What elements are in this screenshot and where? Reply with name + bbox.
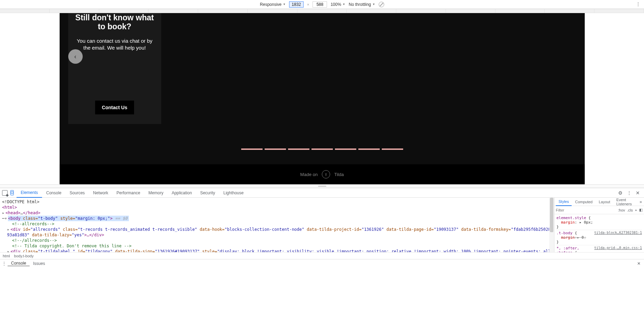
carousel-indicator[interactable] xyxy=(288,148,309,150)
breadcrumb-item[interactable]: html xyxy=(3,254,10,258)
tab-network[interactable]: Network xyxy=(89,188,112,198)
drawer-tab-issues[interactable]: Issues xyxy=(30,261,49,266)
devtools-tabs: Elements Console Sources Network Perform… xyxy=(0,188,644,198)
new-style-rule-icon[interactable]: + xyxy=(635,208,637,212)
hov-toggle[interactable]: :hov xyxy=(618,208,625,212)
tab-console[interactable]: Console xyxy=(42,188,65,198)
emulated-viewport: Still don't know what to book? You can c… xyxy=(60,13,585,184)
device-toolbar-more-icon[interactable]: ⋮ xyxy=(636,1,641,7)
carousel-prev-button[interactable]: ‹ xyxy=(68,49,83,64)
carousel-indicator[interactable] xyxy=(241,148,263,150)
tilda-brand-label: Tilda xyxy=(334,172,344,177)
carousel-indicator[interactable] xyxy=(311,148,333,150)
drawer-more-icon[interactable]: ⋮ xyxy=(2,261,6,266)
carousel-indicator[interactable] xyxy=(358,148,380,150)
styles-tab-event-listeners[interactable]: Event Listeners xyxy=(614,198,637,206)
tab-sources[interactable]: Sources xyxy=(65,188,89,198)
dimension-separator: × xyxy=(307,2,309,7)
styles-panel: Styles Computed Layout Event Listeners »… xyxy=(554,198,644,252)
dom-breadcrumbs[interactable]: html body.t-body xyxy=(0,252,644,259)
rule-source-link[interactable]: tilda-block…627302381:1 xyxy=(594,231,642,235)
dom-tree[interactable]: <!DOCTYPE html> <html> ▸<head>…</head> ⋯… xyxy=(0,198,554,252)
rotate-icon[interactable] xyxy=(379,2,384,7)
drawer-close-icon[interactable]: ✕ xyxy=(636,261,642,266)
console-drawer: ⋮ Console Issues ✕ xyxy=(0,259,644,267)
page-footer: Made on т Tilda xyxy=(60,164,585,184)
tilda-logo-icon: т xyxy=(322,170,330,178)
tab-performance[interactable]: Performance xyxy=(112,188,144,198)
carousel-indicator[interactable] xyxy=(265,148,286,150)
carousel-indicator[interactable] xyxy=(335,148,356,150)
styles-more-icon[interactable]: » xyxy=(637,199,644,204)
styles-tab-styles[interactable]: Styles xyxy=(556,198,572,206)
made-on-label: Made on xyxy=(300,172,318,177)
promo-card: Still don't know what to book? You can c… xyxy=(68,13,161,124)
chevron-left-icon: ‹ xyxy=(74,53,76,60)
viewport-width-input[interactable] xyxy=(289,1,304,8)
viewport-stage: Still don't know what to book? You can c… xyxy=(0,13,644,184)
tab-lighthouse[interactable]: Lighthouse xyxy=(219,188,248,198)
styles-tab-computed[interactable]: Computed xyxy=(572,198,595,206)
zoom-select[interactable]: 100%▼ xyxy=(330,2,345,7)
contact-us-button[interactable]: Contact Us xyxy=(95,101,134,114)
panel-resize-handle[interactable] xyxy=(0,184,644,188)
devtools-more-icon[interactable]: ⋮ xyxy=(625,190,634,196)
ruler xyxy=(0,9,644,13)
toggle-device-toolbar-icon[interactable] xyxy=(10,190,14,195)
viewport-height-input[interactable] xyxy=(313,1,327,8)
responsive-mode-select[interactable]: Responsive▼ xyxy=(260,2,286,7)
dom-scrollbar[interactable] xyxy=(549,198,554,252)
cls-toggle[interactable]: .cls xyxy=(627,208,633,212)
breadcrumb-item[interactable]: body.t-body xyxy=(14,254,34,258)
carousel-indicator[interactable] xyxy=(382,148,403,150)
styles-tab-layout[interactable]: Layout xyxy=(596,198,613,206)
devtools-close-icon[interactable]: ✕ xyxy=(634,190,642,196)
inspect-element-icon[interactable] xyxy=(2,190,8,196)
throttling-select[interactable]: No throttling▼ xyxy=(349,2,375,7)
carousel-indicators[interactable] xyxy=(241,148,403,150)
tab-memory[interactable]: Memory xyxy=(144,188,167,198)
card-text: You can contact us via chat or by the em… xyxy=(74,38,155,52)
style-rules[interactable]: element.style { margin: ▸ 0px; } tilda-b… xyxy=(554,214,644,252)
rule-source-link[interactable]: tilda-grid-…0.min.css:1 xyxy=(594,246,642,250)
tab-elements[interactable]: Elements xyxy=(17,188,42,198)
card-title: Still don't know what to book? xyxy=(74,13,155,31)
tab-security[interactable]: Security xyxy=(196,188,219,198)
styles-filter-input[interactable] xyxy=(556,208,616,212)
device-toolbar: Responsive▼ × 100%▼ No throttling▼ ⋮ xyxy=(0,0,644,9)
tab-application[interactable]: Application xyxy=(167,188,196,198)
toggle-sidebar-icon[interactable]: ◧ xyxy=(639,208,643,212)
drawer-tab-console[interactable]: Console xyxy=(8,261,30,266)
devtools-panel: Elements Console Sources Network Perform… xyxy=(0,188,644,267)
devtools-settings-icon[interactable]: ⚙ xyxy=(616,190,625,196)
